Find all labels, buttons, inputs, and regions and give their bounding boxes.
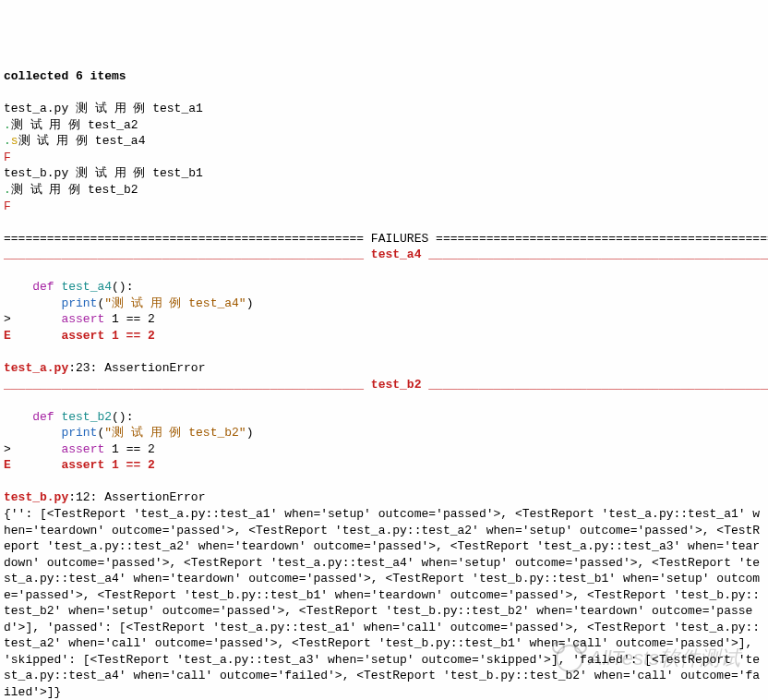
- case-a4: 测 试 用 例 test_a4: [18, 134, 146, 148]
- error-location-file: test_a.py: [4, 361, 68, 375]
- print-call: print: [4, 296, 97, 310]
- fail-marker: F: [4, 151, 11, 164]
- string-literal: "测 试 用 例 test_b2": [104, 426, 246, 440]
- error-line: E assert 1 == 2: [4, 329, 155, 343]
- caret-line: >: [4, 312, 61, 326]
- case-b1: 测 试 用 例 test_b1: [76, 166, 203, 180]
- print-call: print: [4, 426, 97, 440]
- error-line: E assert 1 == 2: [4, 458, 155, 472]
- assert-keyword: assert: [61, 442, 112, 456]
- error-location-rest: :12: AssertionError: [68, 490, 205, 504]
- test-a4-separator: ________________________________________…: [4, 247, 768, 261]
- case-b2: 测 试 用 例 test_b2: [11, 183, 138, 197]
- test-b2-separator: ________________________________________…: [4, 378, 768, 392]
- dot-pass: .: [4, 134, 11, 148]
- case-a1: 测 试 用 例 test_a1: [76, 102, 203, 115]
- paren-close: ): [246, 426, 254, 440]
- caret-line: >: [4, 442, 61, 456]
- paren-close: ): [246, 296, 254, 310]
- def-keyword: def: [4, 410, 61, 424]
- skip-marker: s: [11, 134, 18, 148]
- file-a: test_a.py: [4, 102, 76, 115]
- func-name: test_a4: [61, 280, 112, 294]
- case-a2: 测 试 用 例 test_a2: [11, 118, 138, 132]
- error-location-file: test_b.py: [4, 490, 68, 504]
- def-tail: ():: [112, 280, 133, 294]
- fail-marker: F: [4, 199, 11, 213]
- def-keyword: def: [4, 280, 61, 294]
- def-tail: ():: [112, 410, 133, 424]
- error-location-rest: :23: AssertionError: [68, 361, 205, 375]
- assert-keyword: assert: [61, 312, 112, 326]
- failures-header: ========================================…: [4, 232, 768, 246]
- file-b: test_b.py: [4, 166, 76, 180]
- collected-line: collected 6 items: [4, 69, 126, 83]
- string-literal: "测 试 用 例 test_a4": [104, 296, 246, 310]
- testreport-dump: {'': [<TestReport 'test_a.py::test_a1' w…: [4, 506, 761, 700]
- assert-expr: 1 == 2: [112, 442, 155, 456]
- func-name: test_b2: [61, 410, 112, 424]
- assert-expr: 1 == 2: [112, 312, 155, 326]
- dot-pass: .: [4, 118, 11, 132]
- dot-pass: .: [4, 183, 11, 197]
- terminal-output: collected 6 items test_a.py 测 试 用 例 test…: [4, 68, 768, 700]
